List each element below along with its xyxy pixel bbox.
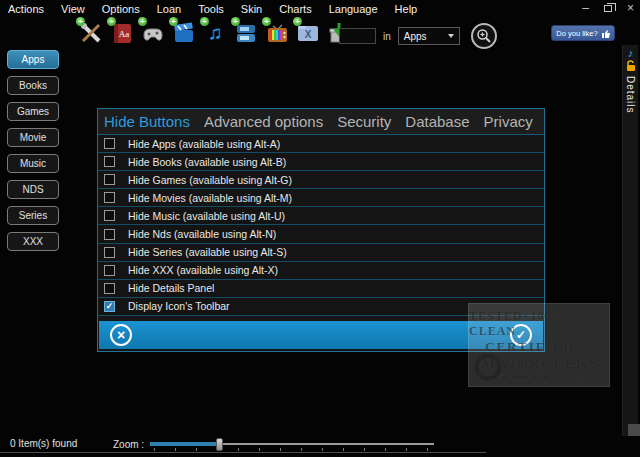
like-button-label: Do you like? — [556, 29, 597, 38]
chevron-down-icon — [448, 34, 454, 38]
sidebar-item-label: NDS — [22, 184, 43, 195]
sidebar-item-label: Books — [19, 80, 47, 91]
restore-button[interactable] — [604, 5, 612, 12]
music-note-icon[interactable]: ♪ — [625, 47, 637, 59]
menu-charts[interactable]: Charts — [279, 3, 311, 15]
sidebar-item-movie[interactable]: Movie — [7, 128, 59, 147]
checkbox[interactable]: ✓ — [104, 210, 115, 221]
slider-thumb[interactable] — [216, 438, 223, 451]
add-games-icon[interactable]: + — [140, 20, 166, 46]
close-button[interactable]: × — [627, 2, 634, 14]
details-side-panel[interactable]: ♪ Details — [622, 45, 638, 436]
option-label: Hide Series (available using Alt-S) — [128, 246, 287, 258]
options-dialog: Hide Buttons Advanced options Security D… — [97, 108, 545, 352]
option-row-hide-xxx[interactable]: ✓ Hide XXX (available using Alt-X) — [98, 262, 544, 280]
unlock-icon[interactable] — [625, 60, 637, 72]
items-found-status: 0 Item(s) found — [10, 438, 77, 449]
magnifier-plus-icon — [476, 28, 492, 44]
confirm-button[interactable]: ✓ — [510, 324, 532, 346]
tab-advanced-options[interactable]: Advanced options — [204, 113, 323, 130]
checkbox[interactable]: ✓ — [104, 229, 115, 240]
option-row-hide-details-panel[interactable]: ✓ Hide Details Panel — [98, 280, 544, 298]
checkbox[interactable]: ✓ — [104, 192, 115, 203]
option-row-hide-movies[interactable]: ✓ Hide Movies (available using Alt-M) — [98, 189, 544, 207]
menu-help[interactable]: Help — [395, 3, 418, 15]
sidebar-item-label: Games — [17, 106, 49, 117]
slider-ticks — [154, 448, 432, 451]
bottom-divider — [0, 452, 486, 453]
do-you-like-button[interactable]: Do you like? — [551, 25, 615, 41]
sidebar-item-music[interactable]: Music — [7, 154, 59, 173]
plus-badge-icon: + — [231, 17, 240, 26]
zoom-slider[interactable] — [150, 437, 434, 451]
checkbox[interactable]: ✓ — [104, 265, 115, 276]
menu-language[interactable]: Language — [329, 3, 378, 15]
music-note-glyph: ♫ — [208, 22, 222, 44]
search-in-label: in — [383, 31, 391, 42]
checkbox[interactable]: ✓ — [104, 138, 115, 149]
panel-bottom-cap — [628, 424, 640, 436]
menubar: Actions View Options Loan Tools Skin Cha… — [0, 0, 640, 18]
add-xxx-icon[interactable]: + X — [295, 20, 321, 46]
option-label: Hide Movies (available using Alt-M) — [128, 192, 292, 204]
sidebar-item-nds[interactable]: NDS — [7, 180, 59, 199]
watermark-line: MAJORGEEKS — [481, 355, 598, 372]
sidebar-item-apps[interactable]: Apps — [7, 50, 59, 69]
add-apps-icon[interactable]: + — [78, 20, 104, 46]
checkbox[interactable]: ✓ — [104, 174, 115, 185]
option-row-hide-books[interactable]: ✓ Hide Books (available using Alt-B) — [98, 153, 544, 171]
option-row-hide-music[interactable]: ✓ Hide Music (available using Alt-U) — [98, 207, 544, 225]
add-music-icon[interactable]: + ♫ — [202, 20, 228, 46]
checkbox[interactable]: ✓ — [104, 283, 115, 294]
option-row-hide-apps[interactable]: ✓ Hide Apps (available using Alt-A) — [98, 135, 544, 153]
checkbox[interactable]: ✓ — [104, 301, 115, 312]
add-movies-icon[interactable]: + — [171, 20, 197, 46]
plus-badge-icon: + — [293, 17, 302, 26]
plus-badge-icon: + — [107, 17, 116, 26]
plus-badge-icon: + — [76, 17, 85, 26]
add-series-tv-icon[interactable]: + — [264, 20, 290, 46]
close-icon: × — [117, 327, 125, 343]
tab-privacy[interactable]: Privacy — [484, 113, 533, 130]
option-row-hide-games[interactable]: ✓ Hide Games (available using Alt-G) — [98, 171, 544, 189]
checkbox[interactable]: ✓ — [104, 156, 115, 167]
tab-security[interactable]: Security — [337, 113, 391, 130]
details-panel-label: Details — [625, 76, 636, 114]
tab-database[interactable]: Database — [405, 113, 469, 130]
option-row-hide-nds[interactable]: ✓ Hide Nds (available using Alt-N) — [98, 225, 544, 243]
plus-badge-icon: + — [200, 17, 209, 26]
minimize-button[interactable]: – — [582, 2, 589, 14]
menu-loan[interactable]: Loan — [157, 3, 181, 15]
option-label: Display Icon's Toolbar — [128, 300, 230, 312]
menu-tools[interactable]: Tools — [198, 3, 224, 15]
add-nds-icon[interactable]: + — [233, 20, 259, 46]
menu-actions[interactable]: Actions — [8, 3, 44, 15]
search-category-value: Apps — [404, 31, 427, 42]
zoom-control: Zoom : — [113, 437, 434, 451]
menu-skin[interactable]: Skin — [241, 3, 262, 15]
sidebar-item-books[interactable]: Books — [7, 76, 59, 95]
search-input[interactable] — [339, 28, 376, 44]
option-row-hide-series[interactable]: ✓ Hide Series (available using Alt-S) — [98, 244, 544, 262]
checkbox[interactable]: ✓ — [104, 247, 115, 258]
menu-options[interactable]: Options — [102, 3, 140, 15]
sidebar-item-series[interactable]: Series — [7, 206, 59, 225]
search-area: in Apps — [339, 23, 497, 49]
dialog-tabbar: Hide Buttons Advanced options Security D… — [98, 109, 544, 135]
search-category-dropdown[interactable]: Apps — [398, 27, 460, 45]
window-controls: – × — [582, 2, 634, 14]
add-books-icon[interactable]: + Aa — [109, 20, 135, 46]
sidebar-item-label: Music — [20, 158, 46, 169]
sidebar-item-label: Movie — [20, 132, 47, 143]
plus-badge-icon: + — [169, 17, 178, 26]
sidebar-item-xxx[interactable]: XXX — [7, 232, 59, 251]
option-row-display-icons-toolbar[interactable]: ✓ Display Icon's Toolbar — [98, 298, 544, 316]
cancel-button[interactable]: × — [110, 324, 132, 346]
tab-hide-buttons[interactable]: Hide Buttons — [104, 113, 190, 130]
sidebar-item-games[interactable]: Games — [7, 102, 59, 121]
slider-fill — [150, 442, 218, 446]
menu-view[interactable]: View — [61, 3, 85, 15]
search-button[interactable] — [471, 23, 497, 49]
sidebar-item-label: Series — [19, 210, 47, 221]
dialog-footer-bar: × ✓ — [99, 321, 543, 349]
